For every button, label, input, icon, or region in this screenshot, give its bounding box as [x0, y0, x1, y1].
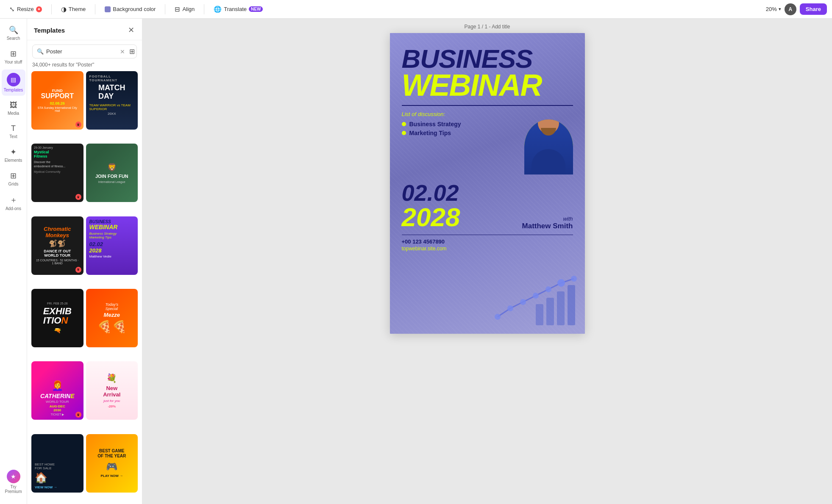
templates-icon: ▤	[11, 76, 16, 83]
text-label: Text	[9, 134, 17, 139]
poster-divider-bottom	[402, 235, 573, 235]
bullet-text-2: Marketing Tips	[409, 130, 451, 136]
poster-phone: +00 123 4567890	[402, 238, 573, 245]
yourstuff-icon: ⊞	[10, 49, 17, 58]
premium-badge-9: ♛	[75, 412, 81, 418]
poster[interactable]: BUSINESS WEBINAR List of discussion: Bus…	[390, 33, 585, 334]
template-thumb-8[interactable]: Today'sSpecial Mezze 🍕🍕	[86, 289, 138, 347]
theme-icon: ◑	[61, 6, 67, 13]
poster-avatar-container	[518, 111, 573, 174]
search-label: Search	[7, 36, 20, 41]
media-icon: 🖼	[10, 101, 17, 110]
template-thumb-7[interactable]: FRI. FEB 25-26 EXHIBITION 🔫	[31, 289, 83, 347]
template-thumb-2[interactable]: FOOTBALL TOURNAMENT MATCHDAY TEAM WARRIO…	[86, 71, 138, 130]
divider3	[165, 4, 165, 14]
search-icon: 🔍	[9, 25, 18, 35]
search-clear-button[interactable]: ✕	[120, 48, 125, 55]
poster-website: topwebinar.site.com	[402, 246, 573, 252]
avatar-green-bg	[524, 119, 573, 174]
poster-discussion-section: List of discussion: Business Strategy Ma…	[402, 111, 573, 174]
avatar-beard	[541, 128, 556, 136]
sidebar-icons: 🔍 Search ⊞ Your stuff ▤ Templates 🖼 Medi…	[0, 19, 27, 504]
template-thumb-12[interactable]: BEST GAMEOF THE YEAR 🎮 PLAY NOW →	[86, 434, 138, 493]
canvas-wrapper: BUSINESS WEBINAR List of discussion: Bus…	[142, 33, 832, 504]
elements-label: Elements	[5, 158, 22, 163]
template-thumb-1[interactable]: FUND SUPPORT 02.08.26 STA Sunday Interna…	[31, 71, 83, 130]
poster-divider-top	[402, 105, 573, 106]
svg-rect-9	[557, 291, 565, 325]
svg-rect-7	[536, 304, 543, 325]
translate-icon: 🌐	[214, 6, 222, 13]
template-thumb-4[interactable]: 🦁 JOIN FOR FUN International League	[86, 144, 138, 202]
premium-badge-5: ♛	[75, 267, 81, 273]
sidebar-item-premium[interactable]: ★ Try Premium	[2, 466, 25, 497]
svg-point-3	[533, 293, 539, 299]
poster-date-year: 2028	[402, 204, 460, 230]
new-badge: NEW	[249, 6, 263, 12]
premium-icon-circle: ★	[7, 470, 20, 483]
divider4	[204, 4, 204, 14]
grids-label: Grids	[8, 182, 19, 186]
toolbar-right: 20% ▾ A Share	[766, 3, 827, 15]
poster-date-section: 02.02 2028 with Matthew Smith	[402, 181, 573, 230]
poster-bullet-2: Marketing Tips	[402, 130, 513, 136]
svg-point-0	[495, 314, 501, 320]
svg-point-2	[520, 299, 526, 305]
poster-discussion-text: List of discussion: Business Strategy Ma…	[402, 111, 513, 138]
sidebar-item-grids[interactable]: ⊞ Grids	[2, 168, 25, 190]
sidebar-item-media[interactable]: 🖼 Media	[2, 97, 25, 119]
filter-button[interactable]: ⊞	[129, 47, 135, 55]
template-thumb-10[interactable]: 💐 NewArrival just for you -20%	[86, 361, 138, 420]
poster-date-col: 02.02 2028	[402, 181, 460, 230]
poster-with-block: with Matthew Smith	[467, 216, 573, 230]
poster-title-webinar: WEBINAR	[402, 72, 573, 99]
premium-label: Try Premium	[3, 485, 24, 494]
search-input[interactable]	[46, 48, 117, 55]
avatar-body	[531, 149, 565, 174]
text-icon: T	[11, 124, 16, 133]
translate-button[interactable]: 🌐 Translate NEW	[209, 3, 267, 15]
template-thumb-6[interactable]: BUSINESSWEBINAR Business StrategyMarketi…	[86, 216, 138, 275]
poster-discussion-label: List of discussion:	[402, 111, 513, 117]
sidebar-item-addons[interactable]: ＋ Add-ons	[2, 191, 25, 214]
share-button[interactable]: Share	[800, 3, 827, 15]
theme-button[interactable]: ◑ Theme	[57, 3, 90, 15]
bullet-dot-2	[402, 131, 406, 135]
sidebar-item-elements[interactable]: ✦ Elements	[2, 144, 25, 166]
poster-speaker-name: Matthew Smith	[467, 222, 573, 230]
bg-color-button[interactable]: Background color	[100, 4, 160, 14]
svg-rect-8	[546, 298, 554, 325]
svg-point-4	[545, 286, 551, 292]
addons-label: Add-ons	[6, 206, 21, 211]
align-label: Align	[182, 6, 195, 12]
align-button[interactable]: ⊟ Align	[170, 3, 199, 15]
elements-icon: ✦	[10, 147, 17, 157]
bg-color-label: Background color	[113, 6, 156, 12]
template-thumb-11[interactable]: BEST HOMEFOR SALE 🏠 VIEW NOW →	[31, 434, 83, 493]
poster-date-line: 02.02 2028 with Matthew Smith	[402, 181, 573, 230]
avatar[interactable]: A	[785, 3, 796, 15]
templates-label: Templates	[4, 88, 23, 92]
template-thumb-5[interactable]: ChromaticMonkeys 🐒🐒 DANCE IT OUTWORLD TO…	[31, 216, 83, 275]
template-thumb-3[interactable]: 29-30 January MysticalFitness Discover t…	[31, 144, 83, 202]
zoom-control[interactable]: 20% ▾	[766, 6, 781, 12]
sidebar-item-templates[interactable]: ▤ Templates	[2, 69, 25, 96]
template-thumb-9[interactable]: 👩‍🦰 CATHERINE WORLD TOUR AUG·DEC2030 TIC…	[31, 361, 83, 420]
panel-title: Templates	[34, 27, 65, 34]
translate-label: Translate	[224, 6, 247, 12]
yourstuff-label: Your stuff	[5, 60, 22, 64]
zoom-chevron-icon[interactable]: ▾	[779, 6, 781, 12]
poster-with-text: with	[467, 216, 573, 222]
sidebar-item-yourstuff[interactable]: ⊞ Your stuff	[2, 46, 25, 68]
resize-icon: ⤡	[9, 6, 15, 13]
toolbar: ⤡ Resize ✦ ◑ Theme Background color ⊟ Al…	[0, 0, 832, 19]
sidebar-item-text[interactable]: T Text	[2, 121, 25, 142]
bullet-text-1: Business Strategy	[409, 121, 461, 127]
resize-label: Resize	[17, 6, 34, 12]
divider2	[95, 4, 95, 14]
sidebar-item-search[interactable]: 🔍 Search	[2, 22, 25, 44]
theme-label: Theme	[69, 6, 86, 12]
close-panel-button[interactable]: ✕	[127, 25, 135, 36]
resize-button[interactable]: ⤡ Resize ✦	[5, 3, 46, 15]
templates-grid: FUND SUPPORT 02.08.26 STA Sunday Interna…	[27, 71, 142, 504]
